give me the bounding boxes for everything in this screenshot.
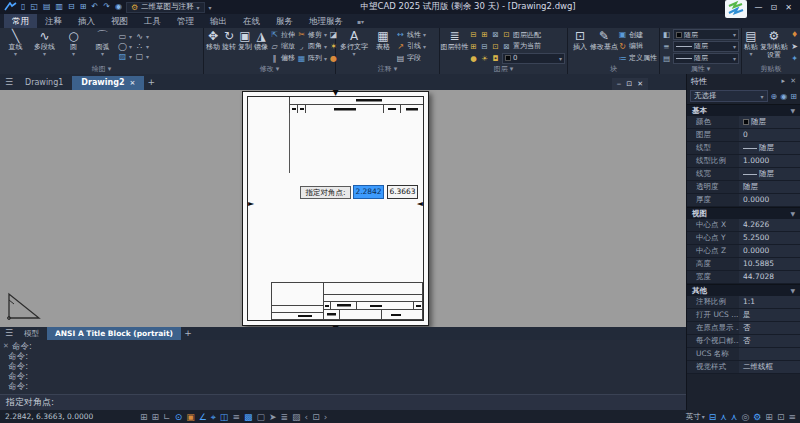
menu-tab-8[interactable]: 在线 bbox=[235, 14, 268, 28]
layout-paper[interactable]: ▼ ▼ ► ◄ bbox=[242, 91, 429, 326]
grid-icon[interactable]: ⊞ bbox=[140, 411, 148, 423]
property-value[interactable]: 5.2500 bbox=[739, 232, 800, 244]
save-icon[interactable]: ▤ bbox=[43, 2, 51, 12]
layer-freeze-icon[interactable]: ⊠ bbox=[491, 30, 500, 39]
property-value[interactable]: 1.0000 bbox=[739, 155, 800, 167]
menu-tab-4[interactable]: 视图 bbox=[103, 14, 136, 28]
new-layout-button[interactable]: + bbox=[181, 326, 195, 341]
qat-overflow-icon[interactable]: ▾ bbox=[209, 4, 212, 11]
polar-tracking-icon[interactable]: ⊙ bbox=[175, 411, 183, 423]
array-button[interactable]: ▦阵列▾ bbox=[297, 53, 327, 63]
layer-current-button[interactable]: 置为当前 bbox=[513, 41, 541, 51]
minimize-button[interactable]: — bbox=[755, 3, 763, 12]
menu-tab-2[interactable]: 注释 bbox=[37, 14, 70, 28]
layer-properties-button[interactable]: ≣ 图层特性 bbox=[442, 29, 467, 64]
workspace-switcher[interactable]: ⚙ 二维草图与注释 ▾ bbox=[126, 2, 205, 13]
doc-close-button[interactable]: ✕ bbox=[637, 80, 643, 88]
region-button[interactable]: ▢▾ bbox=[135, 52, 149, 62]
move-button[interactable]: ✥ 移动 bbox=[206, 29, 220, 64]
polyline-button[interactable]: ∿ 多段线 ▾ bbox=[31, 29, 58, 64]
viewport-grip-left[interactable]: ► bbox=[248, 200, 254, 208]
dynamic-input-icon[interactable]: ⌖ bbox=[211, 411, 216, 423]
new-file-icon[interactable]: ▯ bbox=[21, 2, 25, 12]
layout-tab-ansi-a[interactable]: ANSI A Title Block (portrait) bbox=[47, 327, 181, 340]
prev-group-icon[interactable]: ‹ bbox=[305, 411, 309, 423]
new-tab-button[interactable]: + bbox=[144, 75, 158, 90]
layer-select-dropdown[interactable]: 0 ▾ bbox=[502, 53, 565, 64]
brush-icon[interactable]: ✦ bbox=[790, 53, 799, 63]
pickbox-icon[interactable]: ➤ bbox=[269, 411, 277, 423]
property-value[interactable]: 随层 bbox=[739, 116, 800, 128]
create-block-button[interactable]: ▣创建 bbox=[618, 30, 657, 40]
lineweight-dropdown[interactable]: 随层 ▾ bbox=[673, 41, 739, 52]
command-window[interactable]: ✕命令: 命令: 命令: 命令: 命令: 指定对角点: bbox=[0, 340, 686, 410]
menu-tab-1[interactable]: 常用 bbox=[4, 14, 37, 28]
doc-tab-drawing1[interactable]: Drawing1 bbox=[16, 76, 72, 90]
redo-icon[interactable]: ↷ bbox=[103, 2, 110, 12]
layout-tab-model[interactable]: 模型 bbox=[16, 327, 47, 340]
property-value[interactable]: 否 bbox=[739, 322, 800, 334]
paste-settings-button[interactable]: ⚙ 复制粘贴设置 bbox=[760, 29, 788, 64]
ucs-world-icon[interactable]: ⋏ bbox=[720, 411, 727, 423]
osnap-icon[interactable]: ▣ bbox=[186, 411, 195, 423]
line-button[interactable]: ╲ 直线 ▾ bbox=[2, 29, 29, 64]
trim-button[interactable]: ✂修剪▾ bbox=[297, 30, 327, 40]
display-mode-icon[interactable]: ⊞ bbox=[765, 411, 773, 423]
dynamic-input-y-field[interactable]: 6.3663 bbox=[387, 185, 418, 199]
dynamic-ucs-icon[interactable]: ◫ bbox=[220, 411, 229, 423]
fillet-button[interactable]: ◞圆角▾ bbox=[297, 41, 327, 51]
mtext-button[interactable]: A 多行文字 ▾ bbox=[338, 29, 370, 64]
ribbon-display-toggle[interactable]: ▪▾ bbox=[351, 14, 370, 28]
rectangle-button[interactable]: ▭▾ bbox=[118, 31, 132, 41]
annotation-scale-icon[interactable]: ≣ bbox=[281, 411, 289, 423]
plot-icon[interactable]: ⊟ bbox=[68, 2, 75, 12]
circle-button[interactable]: ○ 圆 ▾ bbox=[60, 29, 87, 64]
layer-lock-icon[interactable]: ⊡ bbox=[502, 30, 511, 39]
quick-select-icon[interactable]: ⊞ bbox=[790, 92, 797, 101]
unit-selector[interactable]: 英寸 ▾ bbox=[686, 412, 705, 422]
annotation-monitor-icon[interactable]: ◎ bbox=[741, 411, 749, 423]
menu-tab-10[interactable]: 地理服务 bbox=[301, 14, 351, 28]
edit-base-button[interactable]: ✎ 修改基点 bbox=[592, 29, 616, 64]
property-value[interactable] bbox=[739, 348, 800, 360]
mirror-button[interactable]: ◮ 镜像 bbox=[254, 29, 268, 64]
linetype-dropdown[interactable]: 随层 ▾ bbox=[673, 53, 739, 64]
layer-group-label[interactable]: 图层 ▾ bbox=[442, 64, 565, 74]
bulb-icon[interactable]: ● bbox=[469, 54, 478, 63]
close-tab-icon[interactable]: × bbox=[129, 79, 135, 87]
workspace-switch-icon[interactable]: ▨ bbox=[292, 411, 301, 423]
property-value[interactable]: 随层 bbox=[739, 168, 800, 180]
rotate-button[interactable]: ↻ 旋转 bbox=[222, 29, 236, 64]
hatch-button[interactable]: ▨▾ bbox=[118, 52, 132, 62]
command-close-icon[interactable]: ✕ bbox=[3, 341, 9, 351]
hardware-accel-icon[interactable]: ⚙ bbox=[753, 411, 761, 423]
sun-icon[interactable]: ☀ bbox=[480, 54, 489, 63]
properties-group-label[interactable]: 属性 ▾ bbox=[662, 64, 739, 74]
ortho-icon[interactable]: ∟ bbox=[163, 411, 171, 423]
menu-tab-7[interactable]: 输出 bbox=[202, 14, 235, 28]
autohide-pin-icon[interactable]: ▸ bbox=[782, 77, 786, 85]
layer-thaw-icon[interactable]: ⊡ bbox=[491, 42, 500, 51]
insert-block-button[interactable]: ⊡ 插入 bbox=[570, 29, 590, 64]
dynamic-input-x-field[interactable]: 2.2842 bbox=[353, 185, 384, 199]
open-file-icon[interactable]: ◱ bbox=[30, 2, 38, 12]
otrack-icon[interactable]: ∠ bbox=[199, 411, 207, 423]
property-value[interactable]: 否 bbox=[739, 335, 800, 347]
doc-tab-menu-icon[interactable]: ☰ bbox=[2, 75, 16, 90]
arc-button[interactable]: ⌒ 圆弧 ▾ bbox=[89, 29, 116, 64]
property-value[interactable]: 1:1 bbox=[739, 296, 800, 308]
copy-button[interactable]: ▣ 复制 bbox=[238, 29, 252, 64]
layer-off-icon[interactable]: ⊟ bbox=[469, 30, 478, 39]
layer-match-button[interactable]: 图层匹配 bbox=[513, 30, 541, 40]
property-value[interactable]: 44.7028 bbox=[739, 271, 800, 283]
fullscreen-icon[interactable]: ⊡ bbox=[777, 411, 785, 423]
scale-button[interactable]: ▱缩放 bbox=[270, 41, 295, 51]
command-prompt[interactable]: 指定对角点: bbox=[0, 394, 686, 410]
menu-tab-3[interactable]: 插入 bbox=[70, 14, 103, 28]
drawing-canvas[interactable]: ▼ ▼ ► ◄ 指定对角点: 2.2842 6.3663 bbox=[0, 90, 686, 327]
transparency-icon[interactable]: ▩ bbox=[244, 411, 253, 423]
menu-tab-9[interactable]: 服务 bbox=[268, 14, 301, 28]
define-attributes-button[interactable]: ≔定义属性 bbox=[618, 53, 657, 63]
status-menu-icon[interactable]: ≡ bbox=[788, 411, 796, 423]
viewport-grip-top[interactable]: ▼ bbox=[332, 90, 338, 97]
